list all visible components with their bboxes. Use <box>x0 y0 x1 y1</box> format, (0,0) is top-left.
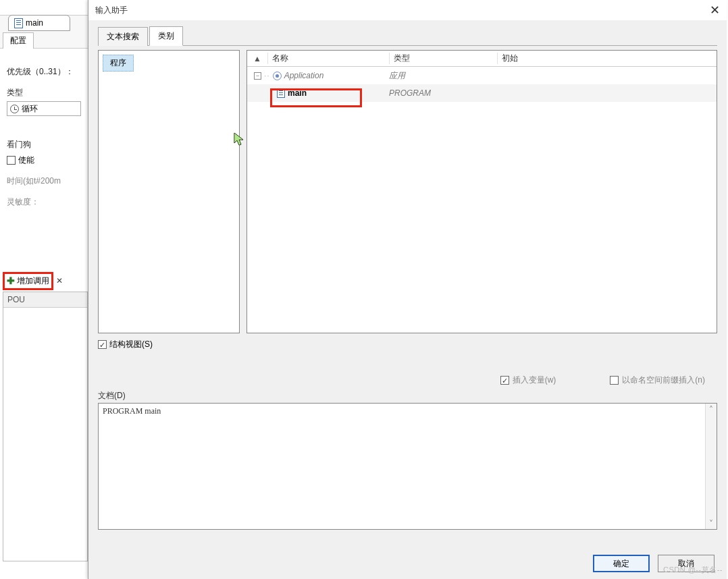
program-icon <box>277 88 285 98</box>
clock-icon <box>10 105 19 113</box>
table-row-application[interactable]: − ·· Application 应用 <box>247 67 717 84</box>
scroll-down-icon[interactable]: ˅ <box>706 518 717 529</box>
insert-variable-label: 插入变量(w) <box>513 375 556 386</box>
row-main-name: main <box>288 88 307 98</box>
ns-prefix-label: 以命名空间前缀插入(n) <box>622 375 705 386</box>
dialog-tabs: 文本搜索 类别 <box>98 28 717 46</box>
structure-view-label: 结构视图(S) <box>109 339 153 350</box>
type-label: 类型 <box>7 87 81 99</box>
watchdog-label: 看门狗 <box>7 139 81 150</box>
row-app-type: 应用 <box>389 70 497 82</box>
tab-text-search[interactable]: 文本搜索 <box>98 27 148 46</box>
col-type[interactable]: 类型 <box>389 53 497 64</box>
config-tab-row: 配置 <box>0 32 88 49</box>
collapse-icon[interactable]: − <box>254 72 261 80</box>
application-icon <box>273 72 282 80</box>
pou-grid-header: POU <box>3 292 87 308</box>
type-dropdown[interactable]: 循环 <box>7 101 81 116</box>
category-item-program[interactable]: 程序 <box>103 55 134 72</box>
dialog-title: 输入助手 <box>95 5 128 16</box>
col-name[interactable]: 名称 <box>267 53 389 64</box>
sort-indicator[interactable]: ▲ <box>247 54 267 63</box>
table-row-main[interactable]: main PROGRAM <box>247 84 717 102</box>
add-call-label: 增加调用 <box>17 275 49 287</box>
structure-view-checkbox[interactable] <box>98 340 107 349</box>
type-value: 循环 <box>22 103 38 115</box>
doc-scrollbar[interactable]: ˄ ˅ <box>705 404 717 529</box>
enable-checkbox[interactable] <box>7 156 16 165</box>
row-main-type: PROGRAM <box>389 88 497 98</box>
category-list[interactable]: 程序 <box>98 50 240 333</box>
config-tab[interactable]: 配置 <box>3 32 34 49</box>
ok-button[interactable]: 确定 <box>593 555 650 572</box>
enable-label: 使能 <box>18 155 34 166</box>
doc-label: 文档(D) <box>98 390 717 402</box>
priority-label: 优先级（0..31）： <box>7 66 81 78</box>
sensitivity-label: 灵敏度： <box>7 196 81 208</box>
editor-tab-main[interactable]: main <box>8 15 70 31</box>
watermark-text: CSDN @--莫名-- <box>663 565 723 575</box>
doc-textarea[interactable] <box>99 404 717 529</box>
dialog-titlebar: 输入助手 ✕ <box>88 0 727 20</box>
tab-category[interactable]: 类别 <box>149 26 183 46</box>
add-call-button[interactable]: ✚ 增加调用 <box>3 272 53 290</box>
insert-variable-checkbox[interactable] <box>500 376 509 385</box>
time-label: 时间(如t#200m <box>7 175 81 187</box>
call-toolbar: ✚ 增加调用 ✕ <box>3 273 88 289</box>
editor-tab-label: main <box>26 18 43 28</box>
col-initial[interactable]: 初始 <box>497 53 717 64</box>
pou-grid: POU <box>3 292 88 561</box>
result-table: ▲ 名称 类型 初始 − ·· Application 应用 <box>246 50 717 333</box>
plus-icon: ✚ <box>7 277 15 285</box>
row-app-name: Application <box>284 71 324 80</box>
config-panel: 优先级（0..31）： 类型 循环 看门狗 使能 时间(如t#200m 灵敏度： <box>0 49 88 216</box>
close-icon[interactable]: ✕ <box>710 3 720 18</box>
scroll-up-icon[interactable]: ˄ <box>706 404 717 415</box>
tree-connector: ·· <box>264 71 270 80</box>
remove-call-icon[interactable]: ✕ <box>56 276 63 285</box>
ns-prefix-checkbox[interactable] <box>610 376 619 385</box>
document-icon <box>14 18 23 28</box>
doc-area-container: ˄ ˅ <box>98 403 717 530</box>
table-header: ▲ 名称 类型 初始 <box>247 51 717 67</box>
input-assistant-dialog: 输入助手 ✕ 文本搜索 类别 程序 ▲ 名称 类型 初始 <box>88 0 727 579</box>
